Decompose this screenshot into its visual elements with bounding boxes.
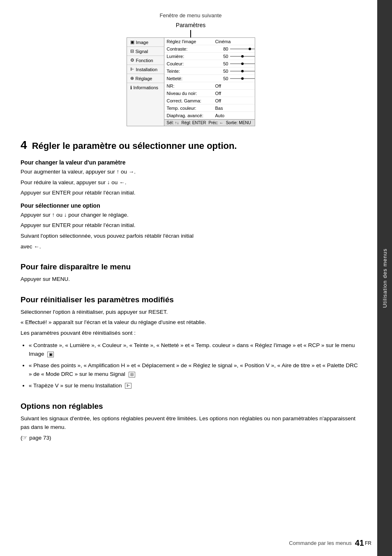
sub1-line1: Pour augmenter la valeur, appuyer sur ↑ … (21, 167, 361, 176)
slider-nettete (230, 77, 255, 80)
signal-menu-icon: ⊟ (129, 372, 135, 378)
slider-contraste (230, 48, 255, 50)
sub2-line4: avec ←. (21, 242, 361, 251)
sidebar: Utilisation des menus (377, 0, 392, 556)
list-item: « Trapèze V » sur le menu Installation ⊩ (29, 381, 361, 390)
sub1-line3: Appuyer sur ENTER pour rétablir l'écran … (21, 188, 361, 197)
signal-icon: ⊟ (130, 49, 134, 54)
options-line1: Suivant les signaux d'entrée, les option… (21, 414, 361, 432)
menu-item-image[interactable]: ▣ Image (127, 38, 164, 47)
table-row: Correct. Gamma: Off (164, 97, 255, 104)
reset-line1: Sélectionner l'option à réinitialiser, p… (21, 308, 361, 317)
section-options-heading: Options non réglables (21, 402, 361, 411)
table-row: Réglez l'image Cinéma (164, 38, 255, 45)
table-row: Diaphrag. avancé: Auto (164, 112, 255, 119)
diagram-top-label: Fenêtre de menu suivante (159, 12, 221, 19)
section-reset-heading: Pour réinitialiser les paramètres modifi… (21, 295, 361, 304)
sub2-heading: Pour sélectionner une option (21, 202, 361, 209)
installation-menu-icon: ⊩ (125, 383, 131, 389)
sub1-heading: Pour changer la valeur d'un paramètre (21, 159, 361, 166)
footer-text: Commande par les menus (289, 540, 351, 546)
table-row: Temp. couleur: Bas (164, 104, 255, 112)
sub2-line1: Appuyer sur ↑ ou ↓ pour changer le régla… (21, 211, 361, 220)
diagram-params-label: Paramètres (176, 22, 205, 28)
slider-lumiere (230, 55, 255, 58)
menu-item-installation[interactable]: ⊩ Installation (127, 65, 164, 74)
reglage-icon: ⊕ (130, 76, 134, 81)
menu-left-column: ▣ Image ⊟ Signal ⚙ Fonction ⊩ Installati… (127, 38, 164, 126)
sub1-line2: Pour réduire la valeur, appuyer sur ↓ ou… (21, 178, 361, 187)
slider-couleur (230, 63, 255, 65)
sub2-line2: Appuyer sur ENTER pour rétablir l'écran … (21, 221, 361, 230)
options-line2: (☞ page 73) (21, 433, 361, 442)
sub2-line3: Suivant l'option sélectionnée, vous pouv… (21, 232, 361, 241)
menu-table: ▣ Image ⊟ Signal ⚙ Fonction ⊩ Installati… (127, 37, 255, 126)
table-row: Netteté: 50 (164, 75, 255, 82)
menu-item-fonction[interactable]: ⚙ Fonction (127, 56, 164, 65)
diagram-arrow (190, 30, 191, 37)
sidebar-label: Utilisation des menus (382, 248, 388, 308)
reset-line2: « Effectué! » apparaît sur l'écran et la… (21, 318, 361, 327)
footer-page: 41 (355, 538, 364, 548)
table-row: Contraste: 80 (164, 45, 255, 53)
table-row: Lumière: 50 (164, 53, 255, 60)
reset-bullet-list: « Contraste », « Lumière », « Couleur »,… (29, 341, 361, 390)
menu-item-informations[interactable]: ℹ Informations (127, 83, 164, 92)
menu-right-column: Réglez l'image Cinéma Contraste: 80 Lumi… (164, 38, 255, 126)
informations-icon: ℹ (130, 85, 132, 90)
table-row: NR: Off (164, 82, 255, 90)
menu-diagram: Fenêtre de menu suivante Paramètres ▣ Im… (21, 12, 361, 126)
menu-item-reglage[interactable]: ⊕ Réglage (127, 74, 164, 83)
installation-icon: ⊩ (130, 67, 134, 72)
section4-heading: 4 Régler le paramètre ou sélectionner un… (21, 139, 361, 152)
menu-item-signal[interactable]: ⊟ Signal (127, 47, 164, 56)
main-content: Fenêtre de menu suivante Paramètres ▣ Im… (0, 0, 377, 460)
table-row: Niveau du noir: Off (164, 90, 255, 97)
page-footer: Commande par les menus 41 FR (21, 538, 371, 548)
footer-lang: FR (365, 540, 371, 546)
slider-teinte (230, 70, 255, 72)
image-icon: ▣ (130, 39, 134, 45)
amplification-text: Amplification (88, 362, 120, 368)
fonction-icon: ⚙ (130, 58, 134, 63)
menu-footer: Sél: ↑↓ Régl: ENTER Préc: ← Sortie: MENU (164, 119, 255, 126)
table-row: Couleur: 50 (164, 60, 255, 67)
image-menu-icon: ▣ (47, 352, 54, 357)
reset-line3: Les paramètres pouvant être réinitialisé… (21, 329, 361, 338)
list-item: « Contraste », « Lumière », « Couleur »,… (29, 341, 361, 359)
table-row: Teinte: 50 (164, 67, 255, 75)
section-disappear-body: Appuyer sur MENU. (21, 275, 361, 284)
section-disappear-heading: Pour faire disparaître le menu (21, 262, 361, 271)
list-item: « Phase des points », « Amplification H … (29, 361, 361, 379)
